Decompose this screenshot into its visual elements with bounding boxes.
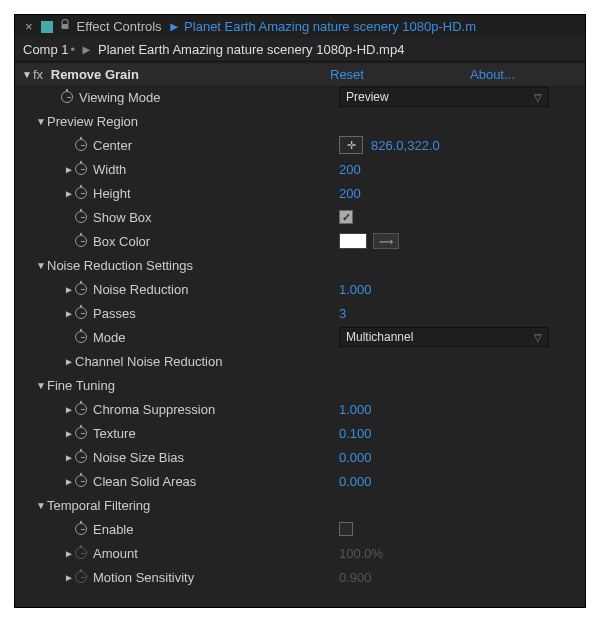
disclosure-icon[interactable] [63,188,75,199]
label-motion: Motion Sensitivity [93,570,194,585]
enable-checkbox[interactable] [339,522,353,536]
nsb-value[interactable]: 0.000 [339,450,372,465]
row-nrs[interactable]: Noise Reduction Settings [15,253,585,277]
stopwatch-icon[interactable] [75,307,87,319]
fx-badge[interactable]: fx [33,67,47,82]
stopwatch-icon[interactable] [75,331,87,343]
label-cnr: Channel Noise Reduction [75,354,222,369]
show-box-checkbox[interactable]: ✓ [339,210,353,224]
disclosure-icon[interactable] [63,164,75,175]
disclosure-icon [63,548,75,559]
chevron-down-icon: ▽ [534,92,542,103]
row-center: Center ✛ 826.0,322.0 [15,133,585,157]
stopwatch-icon[interactable] [75,211,87,223]
svg-rect-0 [61,24,68,29]
label-enable: Enable [93,522,133,537]
close-tab[interactable]: × [23,19,35,34]
row-enable: Enable [15,517,585,541]
disclosure-icon[interactable] [35,380,47,391]
label-show-box: Show Box [93,210,152,225]
row-passes: Passes 3 [15,301,585,325]
label-nsb: Noise Size Bias [93,450,184,465]
width-value[interactable]: 200 [339,162,361,177]
effect-header[interactable]: fx Remove Grain Reset About... [15,64,585,85]
breadcrumb-asset[interactable]: Planet Earth Amazing nature scenery 1080… [98,42,404,57]
effect-name: Remove Grain [51,67,139,82]
row-box-color: Box Color ⟿ [15,229,585,253]
row-ft[interactable]: Fine Tuning [15,373,585,397]
lock-icon[interactable] [59,19,71,34]
breadcrumb: Comp 1 • ► Planet Earth Amazing nature s… [15,38,585,62]
label-center: Center [93,138,132,153]
about-link[interactable]: About... [470,67,515,82]
label-tf: Temporal Filtering [47,498,150,513]
stopwatch-icon[interactable] [75,403,87,415]
disclosure-icon[interactable] [35,500,47,511]
tab-bar: × Effect Controls ► Planet Earth Amazing… [15,15,585,38]
row-chroma: Chroma Suppression 1.000 [15,397,585,421]
row-width: Width 200 [15,157,585,181]
stopwatch-icon[interactable] [75,235,87,247]
row-csa: Clean Solid Areas 0.000 [15,469,585,493]
stopwatch-icon[interactable] [75,139,87,151]
row-motion: Motion Sensitivity 0.900 [15,565,585,589]
label-passes: Passes [93,306,136,321]
effect-controls-panel: × Effect Controls ► Planet Earth Amazing… [14,14,586,608]
nr-value[interactable]: 1.000 [339,282,372,297]
stopwatch-icon[interactable] [75,523,87,535]
amount-value: 100.0% [339,546,383,561]
stopwatch-icon[interactable] [75,475,87,487]
color-swatch-icon[interactable] [41,21,53,33]
viewing-mode-value: Preview [346,90,389,104]
label-amount: Amount [93,546,138,561]
stopwatch-icon [75,547,87,559]
disclosure-icon[interactable] [63,428,75,439]
asset-path-link[interactable]: ► Planet Earth Amazing nature scenery 10… [168,19,476,34]
asset-path-text: Planet Earth Amazing nature scenery 1080… [184,19,476,34]
stopwatch-icon[interactable] [75,283,87,295]
crosshair-icon[interactable]: ✛ [339,136,363,154]
mode-dropdown[interactable]: Multichannel ▽ [339,327,549,347]
stopwatch-icon[interactable] [75,451,87,463]
mode-value: Multichannel [346,330,413,344]
chroma-value[interactable]: 1.000 [339,402,372,417]
center-y[interactable]: 322.0 [407,138,440,153]
texture-value[interactable]: 0.100 [339,426,372,441]
breadcrumb-separator-icon: ► [77,42,96,57]
box-color-swatch[interactable] [339,233,367,249]
disclosure-icon[interactable] [21,69,33,80]
disclosure-icon[interactable] [35,260,47,271]
stopwatch-icon[interactable] [75,427,87,439]
label-csa: Clean Solid Areas [93,474,196,489]
disclosure-icon[interactable] [35,116,47,127]
reset-link[interactable]: Reset [330,67,470,82]
disclosure-icon[interactable] [63,308,75,319]
disclosure-icon[interactable] [63,356,75,367]
center-x[interactable]: 826.0 [371,138,404,153]
row-cnr[interactable]: Channel Noise Reduction [15,349,585,373]
chevron-down-icon: ▽ [534,332,542,343]
row-mode: Mode Multichannel ▽ [15,325,585,349]
breadcrumb-comp[interactable]: Comp 1 [23,42,69,57]
label-height: Height [93,186,131,201]
label-mode: Mode [93,330,126,345]
stopwatch-icon[interactable] [61,91,73,103]
csa-value[interactable]: 0.000 [339,474,372,489]
breadcrumb-dot: • [71,42,76,57]
row-preview-region[interactable]: Preview Region [15,109,585,133]
row-tf[interactable]: Temporal Filtering [15,493,585,517]
eyedropper-icon[interactable]: ⟿ [373,233,399,249]
passes-value[interactable]: 3 [339,306,346,321]
label-width: Width [93,162,126,177]
disclosure-icon[interactable] [63,452,75,463]
stopwatch-icon[interactable] [75,187,87,199]
viewing-mode-dropdown[interactable]: Preview ▽ [339,87,549,107]
height-value[interactable]: 200 [339,186,361,201]
label-box-color: Box Color [93,234,150,249]
disclosure-icon[interactable] [63,404,75,415]
disclosure-icon[interactable] [63,284,75,295]
disclosure-icon[interactable] [63,476,75,487]
panel-tab-label[interactable]: Effect Controls [77,19,162,34]
row-texture: Texture 0.100 [15,421,585,445]
stopwatch-icon[interactable] [75,163,87,175]
